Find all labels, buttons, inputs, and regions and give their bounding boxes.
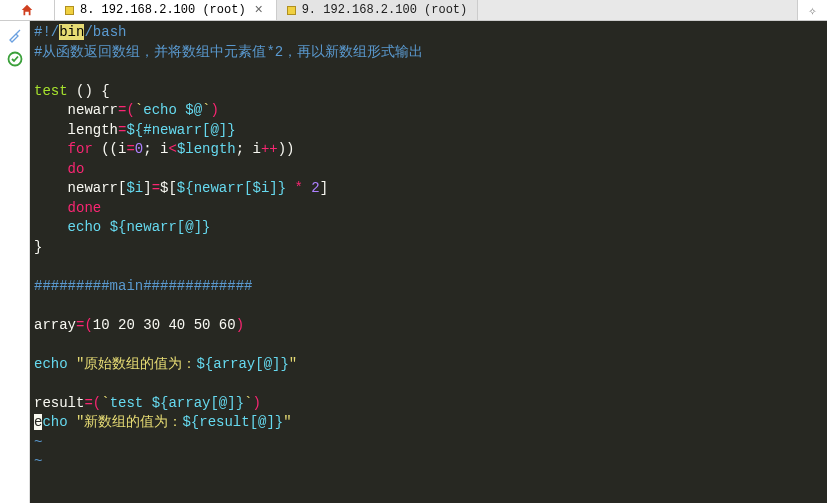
- backtick: `: [135, 102, 143, 118]
- bash-suffix: /bash: [84, 24, 126, 40]
- string-text: 新数组的值为：: [84, 414, 182, 430]
- terminal-icon: [287, 6, 296, 15]
- cmd: test: [110, 395, 152, 411]
- bracket: ]: [143, 180, 151, 196]
- dbl-paren: ((: [101, 141, 118, 157]
- param-expansion: ${result[@]}: [182, 414, 283, 430]
- close-brace: }: [34, 239, 42, 255]
- var-ref: $i: [252, 180, 269, 196]
- left-gutter: [0, 21, 30, 503]
- eq: =(: [76, 317, 93, 333]
- code-editor[interactable]: #!/bin/bash #从函数返回数组，并将数组中元素值*2，再以新数组形式输…: [30, 21, 827, 503]
- eq: =: [126, 141, 134, 157]
- arr-lhs: newarr[: [68, 180, 127, 196]
- var-name: array: [34, 317, 76, 333]
- tab-inactive[interactable]: 9. 192.168.2.100 (root): [277, 0, 479, 20]
- var-i: i: [253, 141, 261, 157]
- vim-tilde: ~: [34, 434, 42, 450]
- semi: ;: [143, 141, 160, 157]
- fn-name: test: [34, 83, 76, 99]
- indent: [34, 161, 68, 177]
- do-kw: do: [68, 161, 85, 177]
- comment-line: #从函数返回数组，并将数组中元素值*2，再以新数组形式输出: [34, 44, 423, 60]
- close-icon[interactable]: ×: [252, 2, 266, 18]
- home-icon: [20, 3, 34, 17]
- param: ${newarr[: [177, 180, 253, 196]
- tab-active[interactable]: 8. 192.168.2.100 (root) ×: [55, 0, 277, 20]
- tab-inactive-label: 9. 192.168.2.100 (root): [302, 3, 468, 17]
- dbl-paren: )): [278, 141, 295, 157]
- vim-tilde: ~: [34, 453, 42, 469]
- var-name: newarr: [68, 102, 118, 118]
- home-tab[interactable]: [0, 0, 55, 20]
- indent: [34, 122, 68, 138]
- echo-kw: echo: [34, 356, 76, 372]
- quote: ": [283, 414, 291, 430]
- brace: {: [101, 83, 109, 99]
- mul: *: [295, 180, 303, 196]
- var-name: result: [34, 395, 84, 411]
- eq: =(: [118, 102, 135, 118]
- arith-open: $[: [160, 180, 177, 196]
- shebang-prefix: #!/: [34, 24, 59, 40]
- var-ref: $@: [185, 102, 202, 118]
- semi: ;: [236, 141, 253, 157]
- echo-kw: echo: [68, 219, 110, 235]
- indent: [34, 200, 68, 216]
- var-ref: $i: [126, 180, 143, 196]
- add-tab-button[interactable]: ✧: [797, 0, 827, 20]
- param-expansion: ${#newarr[@]}: [126, 122, 235, 138]
- paren: (): [76, 83, 101, 99]
- check-circle-icon[interactable]: [7, 51, 23, 67]
- terminal-icon: [65, 6, 74, 15]
- var-ref: $length: [177, 141, 236, 157]
- done-kw: done: [68, 200, 102, 216]
- arith-close: ]: [320, 180, 328, 196]
- var-name: length: [68, 122, 118, 138]
- close-paren: ): [236, 317, 244, 333]
- eq: =(: [84, 395, 101, 411]
- tab-bar: 8. 192.168.2.100 (root) × 9. 192.168.2.1…: [0, 0, 827, 21]
- string-text: 原始数组的值为：: [84, 356, 196, 372]
- param-expansion: ${newarr[@]}: [110, 219, 211, 235]
- close-paren: ): [210, 102, 218, 118]
- brush-icon[interactable]: [7, 27, 23, 43]
- quote: ": [289, 356, 297, 372]
- indent: [34, 219, 68, 235]
- indent: [34, 180, 68, 196]
- echo-kw: echo: [143, 102, 185, 118]
- sp: [286, 180, 294, 196]
- close-paren: ): [252, 395, 260, 411]
- for-kw: for: [68, 141, 102, 157]
- bin-highlight: bin: [59, 24, 84, 40]
- num: 0: [135, 141, 143, 157]
- plus-icon: ✧: [808, 2, 816, 19]
- eq: =: [152, 180, 160, 196]
- indent: [34, 102, 68, 118]
- section-comment: #########main#############: [34, 278, 252, 294]
- param-expansion: ${array[@]}: [152, 395, 244, 411]
- workspace: #!/bin/bash #从函数返回数组，并将数组中元素值*2，再以新数组形式输…: [0, 21, 827, 503]
- tab-active-label: 8. 192.168.2.100 (root): [80, 3, 246, 17]
- indent: [34, 141, 68, 157]
- param: ]}: [269, 180, 286, 196]
- lt: <: [168, 141, 176, 157]
- param-expansion: ${array[@]}: [196, 356, 288, 372]
- num: 2: [311, 180, 319, 196]
- backtick: `: [101, 395, 109, 411]
- pp: ++: [261, 141, 278, 157]
- echo-kw: cho: [42, 414, 76, 430]
- array-values: 10 20 30 40 50 60: [93, 317, 236, 333]
